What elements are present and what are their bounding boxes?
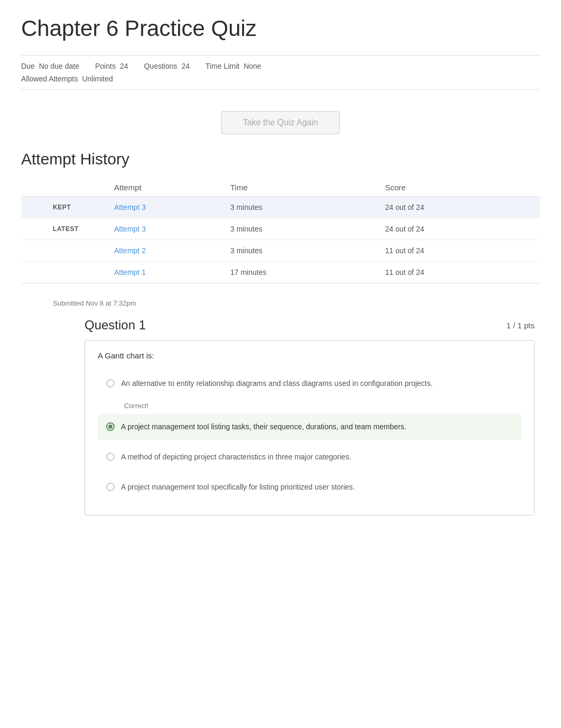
correct-label: Correct!	[124, 402, 148, 410]
answers-container: An alternative to entity relationship di…	[98, 371, 521, 500]
question-1-title: Question 1	[85, 318, 146, 333]
row-score: 24 out of 24	[377, 197, 540, 218]
points-value: 24	[120, 62, 128, 70]
col-header-tag	[21, 179, 106, 197]
table-row: Attempt 23 minutes11 out of 24	[21, 240, 540, 262]
answer-text: An alternative to entity relationship di…	[121, 378, 433, 389]
row-time: 3 minutes	[222, 197, 377, 218]
answer-option[interactable]: A method of depicting project characteri…	[98, 444, 521, 470]
page-title: Chapter 6 Practice Quiz	[21, 16, 540, 47]
row-tag	[21, 240, 106, 262]
attempt-history-table: Attempt Time Score KEPTAttempt 33 minute…	[21, 179, 540, 283]
row-time: 17 minutes	[222, 262, 377, 283]
row-score: 24 out of 24	[377, 218, 540, 240]
questions-value: 24	[182, 62, 190, 70]
radio-circle	[106, 422, 115, 431]
row-attempt[interactable]: Attempt 2	[106, 240, 222, 262]
question-1-header: Question 1 1 / 1 pts	[85, 318, 535, 333]
radio-circle	[106, 483, 115, 491]
row-tag: KEPT	[21, 197, 106, 218]
question-1-box: A Gantt chart is: An alternative to enti…	[85, 340, 535, 515]
row-tag	[21, 262, 106, 283]
question-1-text: A Gantt chart is:	[98, 351, 521, 360]
table-row: Attempt 117 minutes11 out of 24	[21, 262, 540, 283]
row-tag: LATEST	[21, 218, 106, 240]
due-label: Due	[21, 62, 35, 70]
meta-questions: Questions 24	[144, 62, 190, 70]
meta-row-2: Allowed Attempts Unlimited	[21, 75, 540, 83]
question-1-pts: 1 / 1 pts	[507, 321, 535, 330]
row-time: 3 minutes	[222, 240, 377, 262]
row-attempt[interactable]: Attempt 3	[106, 197, 222, 218]
answer-text: A project management tool listing tasks,…	[121, 421, 406, 432]
row-attempt[interactable]: Attempt 3	[106, 218, 222, 240]
questions-label: Questions	[144, 62, 177, 70]
due-value: No due date	[39, 62, 79, 70]
allowed-attempts-label: Allowed Attempts	[21, 75, 78, 83]
radio-circle	[106, 379, 115, 388]
row-time: 3 minutes	[222, 218, 377, 240]
row-score: 11 out of 24	[377, 240, 540, 262]
take-quiz-button[interactable]: Take the Quiz Again	[221, 111, 340, 134]
time-limit-value: None	[244, 62, 261, 70]
answer-option[interactable]: A project management tool listing tasks,…	[98, 414, 521, 440]
question-1-section: Question 1 1 / 1 pts A Gantt chart is: A…	[85, 318, 535, 515]
meta-points: Points 24	[95, 62, 128, 70]
col-header-time: Time	[222, 179, 377, 197]
meta-time-limit: Time Limit None	[205, 62, 261, 70]
meta-due: Due No due date	[21, 62, 79, 70]
table-header-row: Attempt Time Score	[21, 179, 540, 197]
answer-text: A project management tool specifically f…	[121, 482, 355, 493]
points-label: Points	[95, 62, 116, 70]
allowed-attempts-value: Unlimited	[82, 75, 113, 83]
submitted-info: Submitted Nov 8 at 7:32pm	[53, 299, 540, 307]
table-row: LATESTAttempt 33 minutes24 out of 24	[21, 218, 540, 240]
col-header-attempt: Attempt	[106, 179, 222, 197]
attempt-history-title: Attempt History	[21, 150, 540, 168]
row-score: 11 out of 24	[377, 262, 540, 283]
take-quiz-container: Take the Quiz Again	[21, 111, 540, 134]
answer-option[interactable]: A project management tool specifically f…	[98, 474, 521, 500]
meta-allowed-attempts: Allowed Attempts Unlimited	[21, 75, 113, 83]
table-row: KEPTAttempt 33 minutes24 out of 24	[21, 197, 540, 218]
meta-row-1: Due No due date Points 24 Questions 24 T…	[21, 62, 540, 70]
row-attempt[interactable]: Attempt 1	[106, 262, 222, 283]
meta-bar: Due No due date Points 24 Questions 24 T…	[21, 55, 540, 90]
col-header-score: Score	[377, 179, 540, 197]
answer-option[interactable]: An alternative to entity relationship di…	[98, 371, 521, 397]
answer-text: A method of depicting project characteri…	[121, 451, 351, 463]
radio-circle	[106, 453, 115, 461]
time-limit-label: Time Limit	[205, 62, 239, 70]
